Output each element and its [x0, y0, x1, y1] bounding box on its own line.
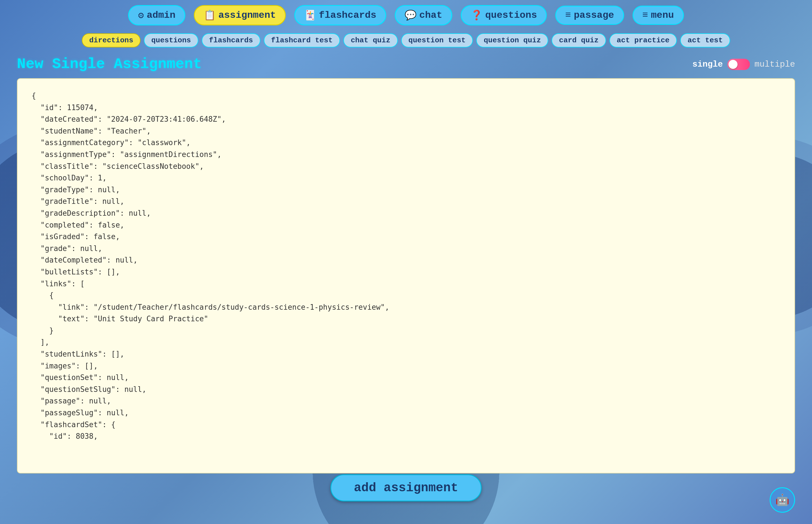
passage-nav-button[interactable]: ≡ passage: [555, 6, 624, 25]
cards-icon: 🃏: [304, 9, 316, 21]
toggle-track: [727, 59, 750, 70]
sub-nav-flashcard-test[interactable]: flashcard test: [264, 33, 340, 47]
admin-label: admin: [147, 10, 175, 21]
sub-nav-question-quiz[interactable]: question quiz: [476, 33, 548, 47]
main-content: New Single Assignment single multiple { …: [0, 50, 812, 479]
passage-icon: ≡: [565, 10, 571, 21]
single-multiple-toggle[interactable]: [727, 59, 750, 70]
sub-nav-card-quiz[interactable]: card quiz: [552, 33, 606, 47]
passage-label: passage: [574, 10, 614, 21]
book-icon: 📋: [204, 9, 216, 21]
assignment-header: New Single Assignment single multiple: [17, 56, 795, 72]
sub-navigation: directions questions flashcards flashcar…: [0, 31, 812, 50]
chat-icon: 💬: [405, 9, 417, 21]
floating-avatar[interactable]: 🤖: [770, 487, 795, 513]
sub-nav-question-test[interactable]: question test: [401, 33, 473, 47]
single-multiple-toggle-group: single multiple: [692, 59, 795, 70]
question-icon: ❓: [471, 9, 483, 21]
avatar-icon: 🤖: [775, 493, 790, 507]
sub-nav-chat-quiz[interactable]: chat quiz: [343, 33, 397, 47]
flashcards-nav-button[interactable]: 🃏 flashcards: [294, 5, 386, 26]
sub-nav-directions[interactable]: directions: [82, 33, 140, 47]
flashcards-label: flashcards: [319, 10, 376, 21]
chat-label: chat: [419, 10, 442, 21]
menu-nav-button[interactable]: ≡ menu: [632, 6, 684, 25]
json-display: { "id": 115074, "dateCreated": "2024-07-…: [17, 78, 795, 473]
page-title: New Single Assignment: [17, 56, 202, 72]
top-navigation: ⚙ admin 📋 assignment 🃏 flashcards 💬 chat…: [0, 0, 812, 31]
questions-label: questions: [485, 10, 537, 21]
sub-nav-act-practice[interactable]: act practice: [609, 33, 677, 47]
chat-nav-button[interactable]: 💬 chat: [395, 5, 452, 26]
menu-icon: ≡: [642, 10, 648, 21]
sub-nav-act-test[interactable]: act test: [680, 33, 730, 47]
sub-nav-questions[interactable]: questions: [144, 33, 198, 47]
admin-nav-button[interactable]: ⚙ admin: [128, 5, 185, 26]
add-assignment-button[interactable]: add assignment: [331, 474, 481, 502]
assignment-nav-button[interactable]: 📋 assignment: [194, 5, 286, 26]
menu-label: menu: [651, 10, 674, 21]
json-content[interactable]: { "id": 115074, "dateCreated": "2024-07-…: [32, 90, 780, 442]
sub-nav-flashcards[interactable]: flashcards: [202, 33, 260, 47]
questions-nav-button[interactable]: ❓ questions: [461, 5, 547, 26]
assignment-label: assignment: [218, 10, 276, 21]
gear-icon: ⚙: [138, 9, 143, 21]
toggle-thumb: [728, 60, 738, 69]
multiple-toggle-label: multiple: [755, 60, 795, 69]
single-toggle-label: single: [692, 60, 723, 69]
